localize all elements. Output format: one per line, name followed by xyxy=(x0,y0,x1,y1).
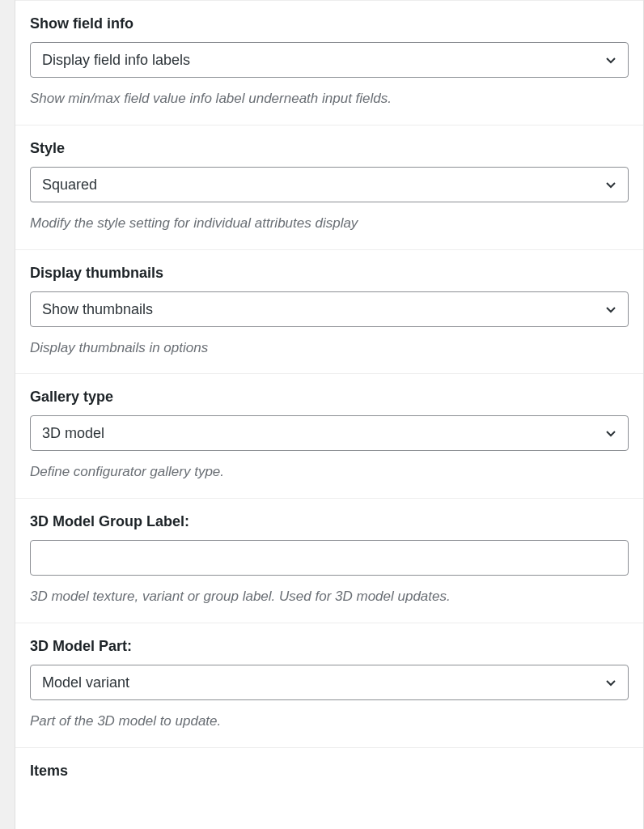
model-group-label-label: 3D Model Group Label: xyxy=(30,513,629,530)
style-select[interactable]: Squared xyxy=(30,167,629,202)
field-model-group-label: 3D Model Group Label: 3D model texture, … xyxy=(15,499,643,623)
field-gallery-type: Gallery type 3D model Define configurato… xyxy=(15,374,643,499)
display-thumbnails-select-wrap: Show thumbnails xyxy=(30,291,629,327)
gallery-type-select[interactable]: 3D model xyxy=(30,415,629,451)
field-style: Style Squared Modify the style setting f… xyxy=(15,125,643,250)
gallery-type-label: Gallery type xyxy=(30,389,629,406)
show-field-info-select[interactable]: Display field info labels xyxy=(30,42,629,78)
gallery-type-select-wrap: 3D model xyxy=(30,415,629,451)
items-section: Items xyxy=(15,748,643,780)
style-help: Modify the style setting for individual … xyxy=(30,214,629,233)
style-label: Style xyxy=(30,140,629,157)
model-group-label-input[interactable] xyxy=(30,540,629,576)
model-part-select-wrap: Model variant xyxy=(30,665,629,700)
field-show-field-info: Show field info Display field info label… xyxy=(15,0,643,125)
show-field-info-select-wrap: Display field info labels xyxy=(30,42,629,78)
items-label: Items xyxy=(30,763,629,780)
show-field-info-help: Show min/max field value info label unde… xyxy=(30,89,629,108)
field-display-thumbnails: Display thumbnails Show thumbnails Displ… xyxy=(15,250,643,375)
field-model-part: 3D Model Part: Model variant Part of the… xyxy=(15,623,643,748)
display-thumbnails-help: Display thumbnails in options xyxy=(30,338,629,358)
style-select-wrap: Squared xyxy=(30,167,629,202)
model-part-label: 3D Model Part: xyxy=(30,638,629,655)
settings-panel: Show field info Display field info label… xyxy=(15,0,644,829)
model-part-help: Part of the 3D model to update. xyxy=(30,712,629,731)
gallery-type-help: Define configurator gallery type. xyxy=(30,462,629,482)
display-thumbnails-select[interactable]: Show thumbnails xyxy=(30,291,629,327)
model-part-select[interactable]: Model variant xyxy=(30,665,629,700)
show-field-info-label: Show field info xyxy=(30,15,629,32)
display-thumbnails-label: Display thumbnails xyxy=(30,265,629,282)
model-group-label-help: 3D model texture, variant or group label… xyxy=(30,587,629,606)
